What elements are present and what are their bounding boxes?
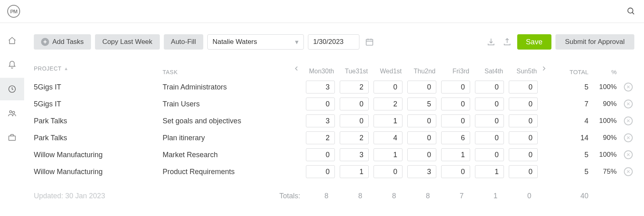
hours-input[interactable] xyxy=(441,114,470,127)
col-header-day-3: Thu2nd xyxy=(403,62,437,79)
hours-input[interactable] xyxy=(374,98,402,110)
copy-last-week-button[interactable]: Copy Last Week xyxy=(95,34,159,50)
hours-input[interactable] xyxy=(374,81,402,93)
svg-point-4 xyxy=(12,111,14,114)
task-cell: Set goals and objectives xyxy=(163,112,291,129)
row-pct: 100% xyxy=(588,112,617,129)
hours-input[interactable] xyxy=(441,131,470,144)
hours-input[interactable] xyxy=(306,114,335,127)
hours-input[interactable] xyxy=(340,165,369,178)
hours-input[interactable] xyxy=(441,98,470,110)
hours-input[interactable] xyxy=(475,98,504,110)
project-cell: Park Talks xyxy=(34,129,163,146)
user-select[interactable]: Natalie Waters ▾ xyxy=(207,34,304,50)
delete-row-button[interactable]: ✕ xyxy=(624,83,633,91)
table-header: PROJECT ▲ TASK Mon30th Tue31st Wed1st Th… xyxy=(34,62,634,79)
hours-input[interactable] xyxy=(340,114,369,127)
hours-input[interactable] xyxy=(509,131,538,144)
add-tasks-label: Add Tasks xyxy=(52,38,84,46)
delete-row-button[interactable]: ✕ xyxy=(624,100,633,108)
chevron-down-icon: ▾ xyxy=(295,38,299,46)
table-row: 5Gigs ITTrain Administrators5100%✕ xyxy=(34,79,634,96)
col-header-task[interactable]: TASK xyxy=(163,62,291,79)
hours-input[interactable] xyxy=(340,148,369,161)
hours-input[interactable] xyxy=(509,165,538,178)
hours-input[interactable] xyxy=(374,148,402,161)
sidebar-item-notifications[interactable] xyxy=(0,54,24,76)
table-row: Park TalksPlan itinerary1490%✕ xyxy=(34,129,634,146)
col-header-pct: % xyxy=(588,62,617,79)
hours-input[interactable] xyxy=(407,148,436,161)
main-content: + Add Tasks Copy Last Week Auto-Fill Nat… xyxy=(24,23,644,216)
day-total-6: 0 xyxy=(505,187,539,205)
export-button[interactable] xyxy=(501,36,513,48)
hours-input[interactable] xyxy=(374,114,402,127)
auto-fill-button[interactable]: Auto-Fill xyxy=(164,34,203,50)
hours-input[interactable] xyxy=(407,81,436,93)
hours-input[interactable] xyxy=(306,131,335,144)
row-pct: 90% xyxy=(588,96,617,112)
add-tasks-button[interactable]: + Add Tasks xyxy=(34,34,91,50)
hours-input[interactable] xyxy=(306,165,335,178)
hours-input[interactable] xyxy=(306,81,335,93)
project-cell: 5Gigs IT xyxy=(34,79,163,96)
row-pct: 100% xyxy=(588,146,617,163)
hours-input[interactable] xyxy=(475,114,504,127)
hours-input[interactable] xyxy=(441,165,470,178)
hours-input[interactable] xyxy=(340,81,369,93)
hours-input[interactable] xyxy=(374,131,402,144)
hours-input[interactable] xyxy=(407,131,436,144)
hours-input[interactable] xyxy=(475,148,504,161)
sidebar-item-home[interactable] xyxy=(0,29,24,52)
sidebar-item-timesheets[interactable] xyxy=(0,78,24,100)
table-row: 5Gigs ITTrain Users790%✕ xyxy=(34,96,634,112)
hours-input[interactable] xyxy=(509,81,538,93)
search-button[interactable] xyxy=(625,6,637,17)
hours-input[interactable] xyxy=(306,148,335,161)
delete-row-button[interactable]: ✕ xyxy=(624,133,633,142)
table-row: Willow ManufacturingProduct Requirements… xyxy=(34,163,634,180)
hours-input[interactable] xyxy=(509,98,538,110)
hours-input[interactable] xyxy=(509,148,538,161)
import-button[interactable] xyxy=(485,36,497,48)
updated-text: Updated: 30 Jan 2023 xyxy=(34,187,163,205)
row-total: 4 xyxy=(549,112,588,129)
import-icon xyxy=(487,37,495,47)
hours-input[interactable] xyxy=(475,81,504,93)
col-header-day-4: Fri3rd xyxy=(437,62,471,79)
hours-input[interactable] xyxy=(441,81,470,93)
table-row: Park TalksSet goals and objectives4100%✕ xyxy=(34,112,634,129)
hours-input[interactable] xyxy=(374,165,402,178)
hours-input[interactable] xyxy=(475,165,504,178)
hours-input[interactable] xyxy=(407,165,436,178)
hours-input[interactable] xyxy=(306,98,335,110)
day-total-4: 7 xyxy=(437,187,471,205)
sidebar-item-team[interactable] xyxy=(0,102,24,125)
hours-input[interactable] xyxy=(509,114,538,127)
day-total-0: 8 xyxy=(302,187,336,205)
export-icon xyxy=(503,37,512,47)
search-icon xyxy=(627,7,636,16)
hours-input[interactable] xyxy=(340,98,369,110)
hours-input[interactable] xyxy=(407,98,436,110)
row-pct: 75% xyxy=(588,163,617,180)
sidebar-item-projects[interactable] xyxy=(0,126,24,149)
next-week-button[interactable] xyxy=(539,62,549,79)
delete-row-button[interactable]: ✕ xyxy=(624,150,633,159)
submit-for-approval-button[interactable]: Submit for Approval xyxy=(555,34,634,50)
hours-input[interactable] xyxy=(340,131,369,144)
date-input[interactable]: 1/30/2023 xyxy=(308,34,359,50)
project-cell: Willow Manufacturing xyxy=(34,146,163,163)
delete-row-button[interactable]: ✕ xyxy=(624,116,633,125)
calendar-button[interactable] xyxy=(363,36,376,48)
col-header-project[interactable]: PROJECT ▲ xyxy=(34,62,163,79)
prev-week-button[interactable] xyxy=(291,62,302,79)
svg-rect-6 xyxy=(366,39,373,46)
row-total: 5 xyxy=(549,79,588,96)
col-header-day-5: Sat4th xyxy=(471,62,505,79)
hours-input[interactable] xyxy=(441,148,470,161)
save-button[interactable]: Save xyxy=(517,34,551,50)
hours-input[interactable] xyxy=(475,131,504,144)
hours-input[interactable] xyxy=(407,114,436,127)
delete-row-button[interactable]: ✕ xyxy=(624,167,633,176)
